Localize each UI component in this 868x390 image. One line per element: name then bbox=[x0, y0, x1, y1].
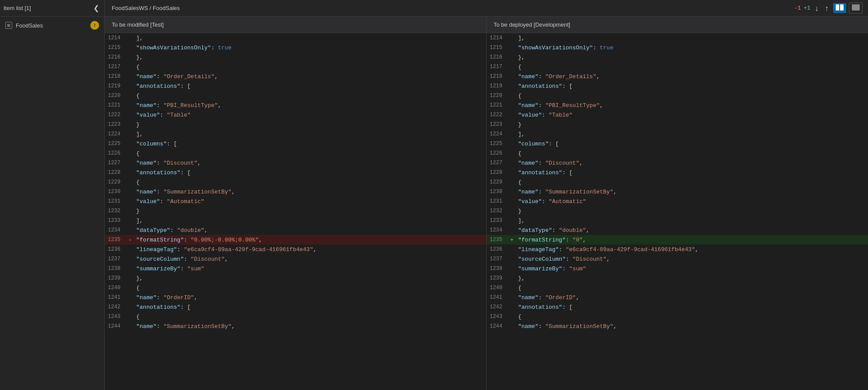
line-number: 1228 bbox=[487, 169, 508, 176]
item-list-panel: Item list [1] ❮ bbox=[0, 0, 105, 16]
line-content: "name": "SummarizationSetBy", bbox=[134, 323, 235, 330]
table-row: 1235+ "formatString": "0", bbox=[487, 235, 868, 245]
line-number: 1224 bbox=[105, 131, 126, 137]
line-number: 1218 bbox=[487, 73, 508, 79]
table-row: 1218 "name": "Order_Details", bbox=[487, 72, 868, 81]
line-content: { bbox=[516, 150, 521, 157]
line-number: 1232 bbox=[105, 208, 126, 214]
table-row: 1239 }, bbox=[487, 273, 868, 283]
line-content: } bbox=[516, 121, 521, 128]
line-content: "columns": [ bbox=[516, 141, 559, 147]
table-row: 1223 } bbox=[487, 120, 868, 129]
table-row: 1229 { bbox=[105, 177, 486, 187]
line-number: 1226 bbox=[487, 150, 508, 156]
table-row: 1216}, bbox=[105, 52, 486, 62]
line-content: "sourceColumn": "Discount", bbox=[516, 256, 610, 262]
collapse-button[interactable]: ❮ bbox=[92, 4, 101, 13]
table-row: 1219 "annotations": [ bbox=[105, 81, 486, 91]
table-row: 1241 "name": "OrderID", bbox=[105, 293, 486, 302]
line-number: 1238 bbox=[487, 266, 508, 272]
table-row: 1242 "annotations": [ bbox=[105, 302, 486, 312]
line-number: 1215 bbox=[487, 45, 508, 51]
line-number: 1237 bbox=[487, 256, 508, 262]
table-row: 1215 "showAsVariationsOnly": true bbox=[487, 43, 868, 52]
table-row: 1232 } bbox=[487, 206, 868, 216]
line-number: 1239 bbox=[487, 275, 508, 281]
line-number: 1216 bbox=[487, 54, 508, 60]
line-content: { bbox=[516, 314, 521, 320]
item-badge: ! bbox=[90, 21, 99, 30]
line-number: 1235 bbox=[487, 237, 508, 243]
line-gutter: + bbox=[508, 237, 516, 243]
line-content: { bbox=[134, 285, 140, 291]
split-view-icon bbox=[836, 4, 844, 10]
navigate-down-button[interactable]: ↓ bbox=[813, 3, 820, 13]
line-content: { bbox=[134, 179, 140, 186]
line-content: "summarizeBy": "sum" bbox=[134, 266, 204, 272]
line-number: 1216 bbox=[105, 54, 126, 60]
sidebar-item-foodsales[interactable]: ⊞ FoodSales ! bbox=[0, 18, 104, 32]
sidebar-item-label: FoodSales bbox=[16, 22, 87, 29]
line-number: 1231 bbox=[105, 198, 126, 204]
line-number: 1234 bbox=[487, 227, 508, 233]
right-diff-panel[interactable]: 1214 ],1215 "showAsVariationsOnly": true… bbox=[487, 33, 868, 390]
right-panel-title: To be deployed [Development] bbox=[494, 21, 570, 28]
line-content: ], bbox=[516, 131, 525, 138]
table-row: 1235- "formatString": "0.00%;-0.00%;0.00… bbox=[105, 235, 486, 245]
table-row: 1243 { bbox=[487, 312, 868, 321]
line-number: 1221 bbox=[487, 102, 508, 108]
left-panel-header: To be modified [Test] bbox=[105, 17, 487, 33]
table-row: 1234 "dataType": "double", bbox=[487, 225, 868, 235]
line-content: "dataType": "double", bbox=[516, 227, 590, 234]
line-number: 1239 bbox=[105, 275, 126, 281]
diff-panels: 1214 ],1215 "showAsVariationsOnly": true… bbox=[105, 33, 868, 390]
table-row: 1237 "sourceColumn": "Discount", bbox=[105, 254, 486, 264]
line-number: 1219 bbox=[105, 83, 126, 89]
table-row: 1241 "name": "OrderID", bbox=[487, 293, 868, 302]
navigate-up-button[interactable]: ↑ bbox=[823, 3, 830, 13]
table-row: 1238 "summarizeBy": "sum" bbox=[105, 264, 486, 273]
line-content: }, bbox=[516, 275, 525, 282]
split-view-button[interactable] bbox=[833, 3, 846, 13]
sidebar: ⊞ FoodSales ! bbox=[0, 17, 105, 390]
line-content: "annotations": [ bbox=[134, 83, 191, 90]
line-content: "value": "Automatic" bbox=[134, 198, 204, 205]
left-diff-panel[interactable]: 1214 ],1215 "showAsVariationsOnly": true… bbox=[105, 33, 487, 390]
table-row: 1227 "name": "Discount", bbox=[105, 158, 486, 168]
line-number: 1236 bbox=[487, 246, 508, 252]
line-number: 1238 bbox=[105, 266, 126, 272]
line-content: "annotations": [ bbox=[134, 304, 191, 311]
line-number: 1244 bbox=[487, 323, 508, 329]
line-content: }, bbox=[516, 54, 525, 61]
table-row: 1242 "annotations": [ bbox=[487, 302, 868, 312]
line-content: ], bbox=[134, 217, 143, 224]
line-number: 1220 bbox=[105, 93, 126, 99]
line-content: "annotations": [ bbox=[516, 83, 573, 90]
table-row: 1228 "annotations": [ bbox=[105, 168, 486, 177]
line-content: "value": "Table" bbox=[516, 112, 573, 118]
table-row: 1232 } bbox=[105, 206, 486, 216]
breadcrumb-bar: FoodSalesWS / FoodSales bbox=[105, 5, 789, 11]
top-bar: Item list [1] ❮ FoodSalesWS / FoodSales … bbox=[0, 0, 868, 17]
line-number: 1221 bbox=[105, 102, 126, 108]
table-row: 1218 "name": "Order_Details", bbox=[105, 72, 486, 81]
line-number: 1241 bbox=[105, 294, 126, 300]
table-row: 1230 "name": "SummarizationSetBy", bbox=[105, 187, 486, 197]
line-number: 1214 bbox=[105, 35, 126, 41]
inline-view-button[interactable] bbox=[849, 3, 863, 14]
line-number: 1242 bbox=[487, 304, 508, 310]
table-row: 1214 ], bbox=[487, 33, 868, 43]
table-row: 1244 "name": "SummarizationSetBy", bbox=[487, 321, 868, 331]
line-number: 1241 bbox=[487, 294, 508, 300]
diff-header: To be modified [Test] To be deployed [De… bbox=[105, 17, 868, 33]
table-row: 1219 "annotations": [ bbox=[487, 81, 868, 91]
line-number: 1234 bbox=[105, 227, 126, 233]
line-content: "formatString": "0.00%;-0.00%;0.00%", bbox=[134, 237, 262, 243]
line-number: 1225 bbox=[105, 141, 126, 147]
line-content: } bbox=[516, 208, 521, 214]
table-row: 1221 "name": "PBI_ResultType", bbox=[105, 100, 486, 110]
line-content: { bbox=[516, 64, 521, 70]
line-number: 1225 bbox=[487, 141, 508, 147]
table-row: 1231 "value": "Automatic" bbox=[105, 197, 486, 206]
line-content: } bbox=[134, 121, 140, 128]
